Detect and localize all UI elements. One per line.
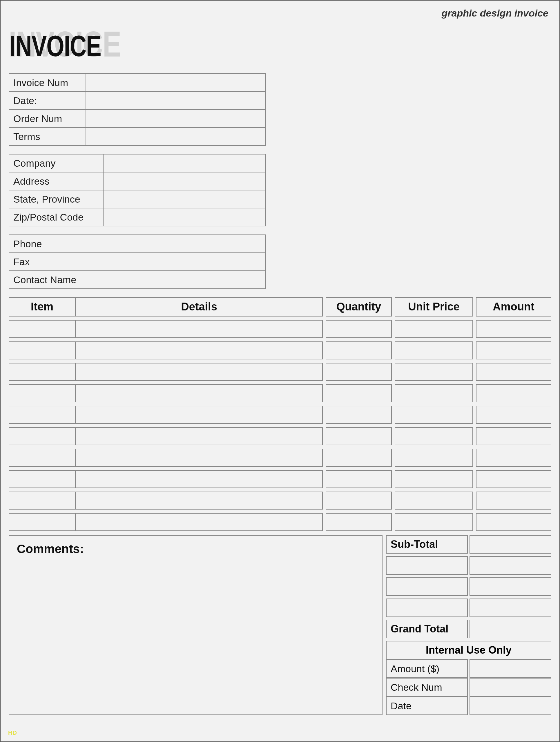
totals-stack: Sub-Total Grand Total [386,535,551,715]
fax-label: Fax [9,253,96,271]
price-cell[interactable] [395,427,473,445]
item-cell[interactable] [9,384,75,402]
qty-cell[interactable] [326,320,392,338]
details-cell[interactable] [75,384,323,402]
item-cell[interactable] [9,449,75,467]
qty-cell[interactable] [326,470,392,488]
grandtotal-value[interactable] [469,620,551,638]
amount-cell[interactable] [476,449,551,467]
amount-label: Amount ($) [386,659,468,678]
qty-cell[interactable] [326,406,392,424]
date-field[interactable] [86,92,266,110]
details-cell[interactable] [75,406,323,424]
company-label: Company [9,154,103,172]
bottom-section: Comments: Sub-Total [9,535,551,715]
subtotal-value[interactable] [469,535,551,553]
total-date-label: Date [386,696,468,715]
qty-cell[interactable] [326,384,392,402]
terms-field[interactable] [86,127,266,146]
zip-label: Zip/Postal Code [9,208,103,226]
amount-cell[interactable] [476,406,551,424]
comments-label: Comments: [17,542,84,555]
top-label: graphic design invoice [9,7,551,20]
item-cell[interactable] [9,406,75,424]
price-cell[interactable] [395,341,473,359]
item-cell[interactable] [9,470,75,488]
invoice-num-label: Invoice Num [9,73,86,92]
fax-field[interactable] [96,253,266,271]
price-cell[interactable] [395,363,473,381]
details-cell[interactable] [75,341,323,359]
invoice-num-field[interactable] [86,73,266,92]
extra1-value[interactable] [469,556,551,575]
price-cell[interactable] [395,513,473,531]
comments-box[interactable]: Comments: [9,535,383,715]
amount-cell[interactable] [476,320,551,338]
price-cell[interactable] [395,384,473,402]
qty-cell[interactable] [326,513,392,531]
amount-cell[interactable] [476,363,551,381]
checknum-label: Check Num [386,678,468,696]
item-cell[interactable] [9,513,75,531]
item-cell[interactable] [9,341,75,359]
qty-cell[interactable] [326,427,392,445]
amount-value[interactable] [469,659,551,678]
heading-main: INVOICE [9,29,101,63]
extra1-label[interactable] [386,556,468,575]
th-qty: Quantity [326,297,392,317]
price-cell[interactable] [395,320,473,338]
details-cell[interactable] [75,449,323,467]
contact-info-block: Phone Fax Contact Name [9,234,266,289]
state-label: State, Province [9,190,103,208]
address-field[interactable] [103,172,266,190]
item-cell[interactable] [9,363,75,381]
qty-cell[interactable] [326,363,392,381]
price-cell[interactable] [395,449,473,467]
qty-cell[interactable] [326,491,392,510]
date-label: Date: [9,92,86,110]
phone-field[interactable] [96,235,266,253]
extra2-label[interactable] [386,577,468,596]
price-cell[interactable] [395,491,473,510]
details-cell[interactable] [75,427,323,445]
order-num-field[interactable] [86,110,266,127]
amount-cell[interactable] [476,513,551,531]
th-item: Item [9,297,75,317]
company-field[interactable] [103,154,266,172]
amount-cell[interactable] [476,470,551,488]
state-field[interactable] [103,190,266,208]
item-cell[interactable] [9,491,75,510]
extra3-label[interactable] [386,598,468,617]
invoice-info-block: Invoice Num Date: Order Num Terms [9,73,266,146]
details-cell[interactable] [75,470,323,488]
extra3-value[interactable] [469,598,551,617]
checknum-value[interactable] [469,678,551,696]
amount-cell[interactable] [476,341,551,359]
qty-cell[interactable] [326,449,392,467]
price-cell[interactable] [395,406,473,424]
details-cell[interactable] [75,513,323,531]
details-cell[interactable] [75,491,323,510]
amount-cell[interactable] [476,384,551,402]
order-num-label: Order Num [9,110,86,127]
phone-label: Phone [9,235,96,253]
internal-use-label: Internal Use Only [386,641,551,659]
contact-label: Contact Name [9,271,96,289]
details-cell[interactable] [75,320,323,338]
contact-field[interactable] [96,271,266,289]
amount-cell[interactable] [476,427,551,445]
qty-cell[interactable] [326,341,392,359]
zip-field[interactable] [103,208,266,226]
items-table: Item Details Quantity Unit Price Amount [9,297,551,531]
th-amount: Amount [476,297,551,317]
item-cell[interactable] [9,320,75,338]
amount-cell[interactable] [476,491,551,510]
th-details: Details [75,297,323,317]
price-cell[interactable] [395,470,473,488]
extra2-value[interactable] [469,577,551,596]
details-cell[interactable] [75,363,323,381]
heading: INVOICE INVOICE [9,23,551,68]
company-info-block: Company Address State, Province Zip/Post… [9,154,266,226]
item-cell[interactable] [9,427,75,445]
total-date-value[interactable] [469,696,551,715]
